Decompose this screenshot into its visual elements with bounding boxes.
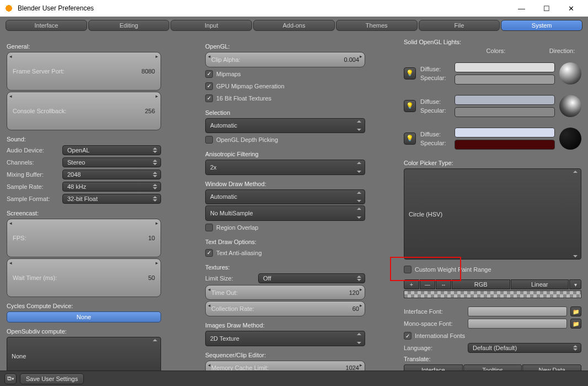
light2-specular-label: Specular: (420, 107, 450, 114)
interface-font-label: Interface Font: (404, 308, 464, 315)
sample-rate-label: Sample Rate: (7, 183, 59, 190)
aniso-header: Anisotropic Filtering (205, 151, 365, 157)
mixing-buffer-dropdown[interactable]: 2048 (62, 170, 161, 179)
tab-system[interactable]: System (501, 20, 582, 31)
tab-themes[interactable]: Themes (336, 20, 418, 31)
light2-toggle[interactable] (404, 100, 416, 112)
cwpr-checkbox[interactable] (404, 266, 411, 273)
region-overlap-label: Region Overlap (216, 224, 258, 231)
mono-font-label: Mono-space Font: (404, 320, 464, 327)
tab-input[interactable]: Input (170, 20, 252, 31)
color-ramp[interactable] (404, 290, 581, 298)
tab-file[interactable]: File (419, 20, 500, 31)
tab-editing[interactable]: Editing (88, 20, 170, 31)
light1-specular-swatch[interactable] (455, 75, 555, 84)
mipmaps-label: Mipmaps (216, 71, 241, 77)
light3-diffuse-swatch[interactable] (455, 128, 555, 138)
opensubdiv-header: OpenSubdiv compute: (7, 328, 161, 335)
sound-header: Sound: (7, 136, 161, 142)
light2-diffuse-swatch[interactable] (455, 95, 555, 105)
region-overlap-checkbox[interactable] (205, 224, 213, 231)
timeout-field[interactable]: ◂Time Out:120▸ (205, 285, 365, 300)
sample-rate-dropdown[interactable]: 48 kHz (62, 182, 161, 192)
window-title: Blender User Preferences (18, 4, 94, 12)
sample-format-dropdown[interactable]: 32-bit Float (62, 194, 161, 204)
light1-specular-label: Specular: (420, 75, 450, 81)
interface-font-field[interactable] (468, 306, 567, 316)
language-dropdown[interactable]: Default (Default) (468, 343, 581, 353)
channels-dropdown[interactable]: Stereo (62, 157, 161, 167)
depth-picking-label: OpenGL Depth Picking (216, 136, 278, 143)
editor-type-icon[interactable]: ⧉▾ (4, 373, 17, 384)
light3-direction-sphere[interactable] (559, 128, 581, 150)
collection-rate-field[interactable]: ◂Collection Rate:60▸ (205, 301, 365, 316)
cwpr-label: Custom Weight Paint Range (415, 266, 491, 273)
light2-diffuse-label: Diffuse: (420, 98, 450, 105)
light3-specular-label: Specular: (420, 140, 450, 146)
text-aa-checkbox[interactable] (205, 249, 213, 257)
aniso-dropdown[interactable]: 2x (205, 160, 365, 175)
prefs-tabbar: Interface Editing Input Add-ons Themes F… (0, 17, 588, 34)
close-button[interactable]: ✕ (559, 1, 584, 16)
minimize-button[interactable]: — (509, 1, 534, 16)
ramp-colormode-dropdown[interactable]: RGB (452, 279, 510, 289)
mipmaps-checkbox[interactable] (205, 70, 213, 78)
intl-fonts-label: International Fonts (415, 332, 465, 339)
opensubdiv-dropdown[interactable]: None (7, 337, 161, 376)
audio-device-label: Audio Device: (7, 147, 59, 154)
fps-field[interactable]: ◂FPS:10▸ (7, 219, 161, 257)
direction-label: Direction: (543, 47, 581, 54)
idm-dropdown[interactable]: 2D Texture (205, 331, 365, 346)
wdm-dropdown[interactable]: Automatic (205, 189, 365, 205)
ramp-add-button[interactable]: + (404, 279, 419, 289)
frame-server-port-field[interactable]: ◂Frame Server Port:8080▸ (7, 52, 161, 91)
float-tex-checkbox[interactable] (205, 94, 213, 102)
tab-addons[interactable]: Add-ons (253, 20, 335, 31)
selection-header: Selection (205, 109, 365, 116)
light3-specular-swatch[interactable] (455, 140, 555, 150)
translate-label: Translate: (404, 356, 581, 362)
limit-size-dropdown[interactable]: Off (258, 273, 365, 283)
mono-font-field[interactable] (468, 319, 567, 329)
general-header: General: (7, 43, 161, 50)
selection-dropdown[interactable]: Automatic (205, 118, 365, 134)
float-tex-label: 16 Bit Float Textures (216, 95, 271, 102)
light1-diffuse-swatch[interactable] (455, 62, 555, 72)
multisample-dropdown[interactable]: No MultiSample (205, 205, 365, 221)
light1-toggle[interactable] (404, 67, 416, 80)
light1-diffuse-label: Diffuse: (420, 66, 450, 72)
save-user-settings-button[interactable]: Save User Settings (20, 373, 84, 384)
gpu-mipmap-label: GPU Mipmap Generation (216, 83, 285, 89)
depth-picking-checkbox[interactable] (205, 136, 213, 144)
light3-toggle[interactable] (404, 133, 416, 145)
ramp-remove-button[interactable]: — (420, 279, 435, 289)
mono-font-browse-icon[interactable]: 📁 (570, 319, 581, 329)
tab-interface[interactable]: Interface (6, 20, 87, 31)
interface-font-browse-icon[interactable]: 📁 (570, 306, 581, 316)
light2-direction-sphere[interactable] (559, 95, 581, 117)
audio-device-dropdown[interactable]: OpenAL (62, 145, 161, 155)
limit-size-label: Limit Size: (205, 275, 255, 282)
screencast-header: Screencast: (7, 210, 161, 216)
wdm-header: Window Draw Method: (205, 181, 365, 187)
ramp-interp-dropdown[interactable]: Linear (511, 279, 569, 289)
seq-header: Sequencer/Clip Editor: (205, 352, 365, 358)
ramp-flip-button[interactable]: ↔ (436, 279, 451, 289)
textures-header: Textures: (205, 264, 365, 271)
wait-timer-field[interactable]: ◂Wait Timer (ms):50▸ (7, 258, 161, 297)
maximize-button[interactable]: ☐ (534, 1, 559, 16)
light1-direction-sphere[interactable] (559, 62, 581, 84)
channels-label: Channels: (7, 159, 59, 166)
intl-fonts-checkbox[interactable] (404, 332, 411, 340)
clip-alpha-field[interactable]: ◂Clip Alpha:0.004▸ (205, 52, 365, 67)
color-picker-dropdown[interactable]: Circle (HSV) (404, 168, 581, 260)
textdraw-header: Text Draw Options: (205, 239, 365, 245)
console-scrollback-field[interactable]: ◂Console Scrollback:256▸ (7, 92, 161, 130)
sample-format-label: Sample Format: (7, 195, 59, 202)
footer: ⧉▾ Save User Settings (0, 371, 588, 386)
light2-specular-swatch[interactable] (455, 107, 555, 117)
cycles-device-button[interactable]: None (7, 311, 161, 322)
ramp-menu-button[interactable]: ▾ (569, 279, 581, 289)
gpu-mipmap-checkbox[interactable] (205, 82, 213, 90)
cpt-header: Color Picker Type: (404, 160, 581, 166)
